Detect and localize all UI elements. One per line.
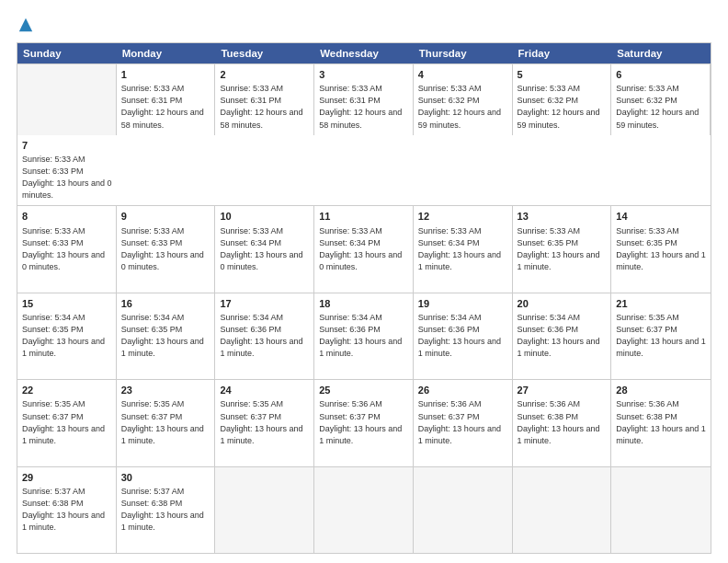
cal-cell-empty xyxy=(314,467,414,553)
cell-info: Sunrise: 5:33 AMSunset: 6:31 PMDaylight:… xyxy=(220,84,302,129)
cell-info: Sunrise: 5:34 AMSunset: 6:36 PMDaylight:… xyxy=(319,313,402,358)
calendar-body: 1 Sunrise: 5:33 AMSunset: 6:31 PMDayligh… xyxy=(17,63,711,553)
cal-cell-day-8: 8 Sunrise: 5:33 AMSunset: 6:33 PMDayligh… xyxy=(17,206,117,292)
cell-info: Sunrise: 5:33 AMSunset: 6:32 PMDaylight:… xyxy=(518,84,600,129)
cal-cell-day-30: 30 Sunrise: 5:37 AMSunset: 6:38 PMDaylig… xyxy=(117,467,216,553)
cal-cell-day-27: 27 Sunrise: 5:36 AMSunset: 6:38 PMDaylig… xyxy=(513,380,612,465)
cell-info: Sunrise: 5:33 AMSunset: 6:32 PMDaylight:… xyxy=(616,84,699,129)
logo-icon xyxy=(17,17,34,33)
cell-info: Sunrise: 5:37 AMSunset: 6:38 PMDaylight:… xyxy=(22,487,105,532)
svg-marker-0 xyxy=(19,18,32,31)
day-number: 30 xyxy=(121,471,210,485)
cell-info: Sunrise: 5:36 AMSunset: 6:38 PMDaylight:… xyxy=(616,399,706,444)
header xyxy=(17,17,711,33)
cell-info: Sunrise: 5:33 AMSunset: 6:35 PMDaylight:… xyxy=(518,226,600,271)
calendar-row-4: 22 Sunrise: 5:35 AMSunset: 6:37 PMDaylig… xyxy=(17,379,711,465)
day-number: 2 xyxy=(220,68,309,82)
cal-cell-day-9: 9 Sunrise: 5:33 AMSunset: 6:33 PMDayligh… xyxy=(117,206,216,292)
cell-info: Sunrise: 5:33 AMSunset: 6:31 PMDaylight:… xyxy=(121,84,204,129)
day-number: 18 xyxy=(319,297,408,311)
cell-info: Sunrise: 5:36 AMSunset: 6:37 PMDaylight:… xyxy=(319,399,402,444)
cell-info: Sunrise: 5:33 AMSunset: 6:32 PMDaylight:… xyxy=(418,84,501,129)
cell-info: Sunrise: 5:33 AMSunset: 6:31 PMDaylight:… xyxy=(319,84,402,129)
day-header-monday: Monday xyxy=(117,43,216,63)
day-number: 15 xyxy=(22,297,111,311)
cell-info: Sunrise: 5:33 AMSunset: 6:35 PMDaylight:… xyxy=(616,226,706,271)
calendar: SundayMondayTuesdayWednesdayThursdayFrid… xyxy=(17,42,711,554)
cal-cell-day-29: 29 Sunrise: 5:37 AMSunset: 6:38 PMDaylig… xyxy=(17,467,117,553)
cell-info: Sunrise: 5:33 AMSunset: 6:34 PMDaylight:… xyxy=(319,226,402,271)
cal-cell-day-17: 17 Sunrise: 5:34 AMSunset: 6:36 PMDaylig… xyxy=(215,293,314,379)
cal-cell-day-3: 3 Sunrise: 5:33 AMSunset: 6:31 PMDayligh… xyxy=(314,64,414,135)
day-number: 4 xyxy=(418,68,507,82)
cal-cell-day-18: 18 Sunrise: 5:34 AMSunset: 6:36 PMDaylig… xyxy=(314,293,414,379)
calendar-row-3: 15 Sunrise: 5:34 AMSunset: 6:35 PMDaylig… xyxy=(17,293,711,379)
day-number: 3 xyxy=(319,68,408,82)
cal-cell-day-26: 26 Sunrise: 5:36 AMSunset: 6:37 PMDaylig… xyxy=(414,380,513,465)
cal-cell-day-25: 25 Sunrise: 5:36 AMSunset: 6:37 PMDaylig… xyxy=(314,380,414,465)
day-number: 10 xyxy=(220,210,309,224)
cell-info: Sunrise: 5:37 AMSunset: 6:38 PMDaylight:… xyxy=(121,487,204,532)
cell-info: Sunrise: 5:33 AMSunset: 6:34 PMDaylight:… xyxy=(418,226,501,271)
day-number: 9 xyxy=(121,210,210,224)
cal-cell-day-1: 1 Sunrise: 5:33 AMSunset: 6:31 PMDayligh… xyxy=(117,64,216,135)
cal-cell-day-19: 19 Sunrise: 5:34 AMSunset: 6:36 PMDaylig… xyxy=(414,293,513,379)
day-number: 12 xyxy=(418,210,507,224)
page: SundayMondayTuesdayWednesdayThursdayFrid… xyxy=(0,0,728,563)
cell-info: Sunrise: 5:35 AMSunset: 6:37 PMDaylight:… xyxy=(121,399,204,444)
day-number: 21 xyxy=(616,297,706,311)
cell-info: Sunrise: 5:33 AMSunset: 6:33 PMDaylight:… xyxy=(22,155,112,200)
cal-cell-empty xyxy=(611,467,711,553)
cal-cell-day-5: 5 Sunrise: 5:33 AMSunset: 6:32 PMDayligh… xyxy=(513,64,612,135)
cell-info: Sunrise: 5:33 AMSunset: 6:33 PMDaylight:… xyxy=(22,226,105,271)
calendar-row-2: 8 Sunrise: 5:33 AMSunset: 6:33 PMDayligh… xyxy=(17,205,711,292)
day-header-sunday: Sunday xyxy=(17,43,117,63)
cal-cell-empty xyxy=(414,467,513,553)
calendar-header: SundayMondayTuesdayWednesdayThursdayFrid… xyxy=(17,43,711,63)
cell-info: Sunrise: 5:34 AMSunset: 6:35 PMDaylight:… xyxy=(22,313,105,358)
cell-info: Sunrise: 5:34 AMSunset: 6:36 PMDaylight:… xyxy=(220,313,302,358)
day-number: 26 xyxy=(418,384,507,397)
cal-cell-day-16: 16 Sunrise: 5:34 AMSunset: 6:35 PMDaylig… xyxy=(117,293,216,379)
calendar-row-5: 29 Sunrise: 5:37 AMSunset: 6:38 PMDaylig… xyxy=(17,466,711,553)
day-number: 8 xyxy=(22,210,111,224)
cal-cell-day-2: 2 Sunrise: 5:33 AMSunset: 6:31 PMDayligh… xyxy=(215,64,314,135)
day-number: 25 xyxy=(319,384,408,397)
cell-info: Sunrise: 5:34 AMSunset: 6:36 PMDaylight:… xyxy=(518,313,600,358)
day-header-wednesday: Wednesday xyxy=(314,43,414,63)
cal-cell-day-10: 10 Sunrise: 5:33 AMSunset: 6:34 PMDaylig… xyxy=(215,206,314,292)
cal-cell-day-6: 6 Sunrise: 5:33 AMSunset: 6:32 PMDayligh… xyxy=(611,64,711,135)
cal-cell-empty xyxy=(513,467,612,553)
cal-cell-empty xyxy=(17,64,117,135)
cal-cell-day-24: 24 Sunrise: 5:35 AMSunset: 6:37 PMDaylig… xyxy=(215,380,314,465)
cal-cell-day-13: 13 Sunrise: 5:33 AMSunset: 6:35 PMDaylig… xyxy=(513,206,612,292)
day-number: 20 xyxy=(518,297,607,311)
day-number: 11 xyxy=(319,210,408,224)
day-number: 14 xyxy=(616,210,706,224)
cell-info: Sunrise: 5:35 AMSunset: 6:37 PMDaylight:… xyxy=(616,313,706,358)
cal-cell-day-11: 11 Sunrise: 5:33 AMSunset: 6:34 PMDaylig… xyxy=(314,206,414,292)
cell-info: Sunrise: 5:34 AMSunset: 6:35 PMDaylight:… xyxy=(121,313,204,358)
day-header-saturday: Saturday xyxy=(611,43,711,63)
day-number: 6 xyxy=(616,68,705,82)
day-header-tuesday: Tuesday xyxy=(215,43,314,63)
cal-cell-day-21: 21 Sunrise: 5:35 AMSunset: 6:37 PMDaylig… xyxy=(611,293,711,379)
cal-cell-day-22: 22 Sunrise: 5:35 AMSunset: 6:37 PMDaylig… xyxy=(17,380,117,465)
cal-cell-day-7: 7 Sunrise: 5:33 AMSunset: 6:33 PMDayligh… xyxy=(17,135,117,206)
day-number: 17 xyxy=(220,297,309,311)
logo xyxy=(17,17,34,33)
day-number: 7 xyxy=(22,139,112,153)
cal-cell-day-14: 14 Sunrise: 5:33 AMSunset: 6:35 PMDaylig… xyxy=(611,206,711,292)
day-header-thursday: Thursday xyxy=(414,43,513,63)
cell-info: Sunrise: 5:34 AMSunset: 6:36 PMDaylight:… xyxy=(418,313,501,358)
cell-info: Sunrise: 5:35 AMSunset: 6:37 PMDaylight:… xyxy=(22,399,105,444)
day-number: 19 xyxy=(418,297,507,311)
day-number: 29 xyxy=(22,471,111,485)
cell-info: Sunrise: 5:33 AMSunset: 6:34 PMDaylight:… xyxy=(220,226,302,271)
day-number: 27 xyxy=(518,384,607,397)
day-number: 22 xyxy=(22,384,111,397)
cell-info: Sunrise: 5:36 AMSunset: 6:38 PMDaylight:… xyxy=(518,399,600,444)
cal-cell-day-12: 12 Sunrise: 5:33 AMSunset: 6:34 PMDaylig… xyxy=(414,206,513,292)
day-number: 13 xyxy=(518,210,607,224)
cal-cell-day-4: 4 Sunrise: 5:33 AMSunset: 6:32 PMDayligh… xyxy=(414,64,513,135)
